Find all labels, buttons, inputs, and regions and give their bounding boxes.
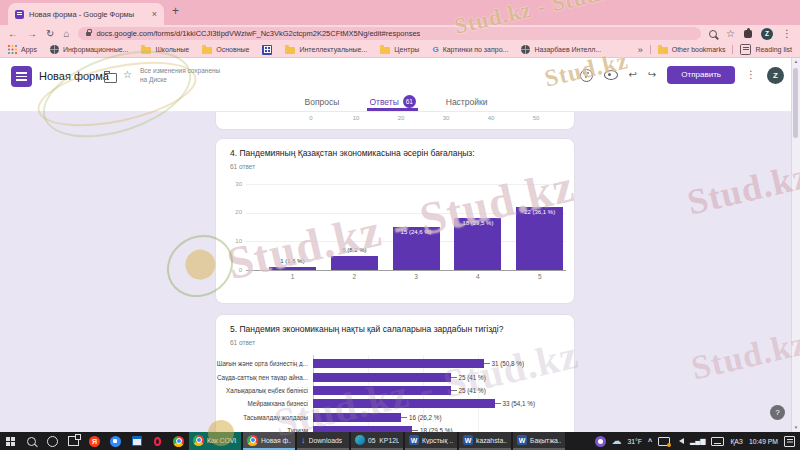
divider	[732, 45, 733, 54]
bar[interactable]	[313, 359, 484, 368]
taskbar-opera-button[interactable]	[147, 432, 168, 450]
tray-app-icon[interactable]	[595, 436, 606, 447]
tab-responses[interactable]: Ответы 61	[367, 95, 417, 111]
bookmark-item[interactable]: GКартинки по запро...	[432, 46, 508, 54]
search-icon[interactable]	[709, 30, 717, 38]
taskbar-zoom-button[interactable]	[105, 432, 126, 450]
bookmark-item[interactable]: Назарбаев Интелл...	[521, 45, 601, 54]
new-tab-button[interactable]	[172, 4, 179, 18]
page-scrollbar[interactable]	[791, 58, 800, 432]
taskbar-start-button[interactable]	[0, 432, 21, 450]
bookmark-item[interactable]: Основные	[202, 45, 249, 54]
scroll-down-icon[interactable]	[792, 426, 800, 431]
bookmark-star-icon[interactable]	[726, 29, 735, 39]
undo-icon[interactable]	[629, 70, 637, 80]
keyboard-icon[interactable]	[711, 437, 724, 446]
taskbar-task-view-button[interactable]	[63, 432, 84, 450]
save-status: Все изменения сохранены на Диске	[140, 67, 226, 85]
browser-tab[interactable]: Новая форма - Google Формы	[8, 3, 164, 25]
screen: Новая форма - Google Формы docs.google.c…	[0, 0, 800, 450]
forms-logo-icon[interactable]	[11, 66, 32, 87]
tab-questions[interactable]: Вопросы	[303, 95, 342, 111]
network-icon[interactable]	[690, 437, 705, 445]
taskbar-window-button[interactable]: WБақытжа...	[513, 432, 565, 450]
chart-row: Тасымалдау жолдары16 (26,2 %)	[216, 411, 572, 424]
axis-tick-label: 20	[393, 115, 409, 121]
bar[interactable]	[516, 207, 563, 270]
toolbar-right: Z	[709, 28, 792, 40]
back-icon[interactable]	[8, 29, 18, 39]
bar-value-label: 22 (36,1 %)	[510, 209, 569, 215]
hidden-icons-chevron-icon[interactable]	[648, 438, 652, 445]
weather-temp[interactable]: 31°F	[628, 438, 642, 445]
move-folder-icon[interactable]	[104, 73, 117, 83]
account-avatar[interactable]: Z	[767, 67, 784, 84]
bar[interactable]	[331, 256, 378, 270]
language-indicator[interactable]: ҚАЗ	[730, 438, 743, 445]
forward-icon[interactable]	[27, 29, 37, 39]
tab-settings[interactable]: Настройки	[444, 95, 490, 111]
taskbar-yandex-button[interactable]: Я	[84, 432, 105, 450]
browser-menu-icon[interactable]	[782, 29, 792, 39]
more-options-icon[interactable]	[746, 70, 756, 80]
taskbar-search-button[interactable]	[21, 432, 42, 450]
bar-value-label: 5 (8,2 %)	[325, 247, 384, 253]
scrollbar-thumb[interactable]	[793, 68, 798, 138]
taskbar-calendar-button[interactable]	[126, 432, 147, 450]
star-icon[interactable]	[123, 69, 132, 80]
tab-close-icon[interactable]	[152, 9, 157, 19]
system-clock[interactable]: 10:49 PM	[749, 438, 778, 445]
bar[interactable]	[313, 399, 495, 408]
help-button[interactable]: ?	[770, 405, 785, 420]
taskbar-window-button[interactable]: Как COVI...	[189, 432, 241, 450]
question4-card: 4. Пандемияның Қазақстан экономикасына ә…	[215, 138, 575, 304]
browser-profile-avatar[interactable]: Z	[761, 28, 773, 40]
theme-palette-icon[interactable]	[580, 69, 593, 82]
send-button[interactable]: Отправить	[667, 66, 735, 84]
preview-icon[interactable]	[604, 70, 618, 80]
bookmarks-overflow-icon[interactable]: »	[638, 45, 643, 55]
taskbar-cortana-button[interactable]	[42, 432, 63, 450]
volume-icon[interactable]	[676, 438, 684, 444]
bookmarks-items: AppsИнформационные...ШкольныеОсновныеИнт…	[8, 45, 601, 55]
magnifier-icon	[27, 437, 36, 446]
scroll-up-icon[interactable]	[792, 60, 800, 65]
other-bookmarks-label: Other bookmarks	[672, 46, 726, 53]
bar[interactable]	[269, 267, 316, 270]
reading-list-button[interactable]: Reading list	[740, 44, 792, 55]
axis-tick-label: 30	[438, 115, 454, 121]
bar[interactable]	[313, 373, 451, 382]
extensions-icon[interactable]	[744, 30, 752, 38]
taskbar-window-button[interactable]: WКурстық ...	[405, 432, 457, 450]
bookmark-item[interactable]: Информационные...	[50, 45, 128, 54]
calendar-icon	[132, 436, 142, 446]
word-icon: W	[463, 435, 473, 445]
document-title[interactable]: Новая форма	[39, 70, 109, 82]
ya-icon: Я	[89, 436, 100, 447]
address-bar[interactable]: docs.google.com/forms/d/1kkiCCJI3tIpdVWz…	[78, 27, 701, 40]
bar[interactable]	[313, 386, 451, 395]
axis-tick-label: 30	[220, 181, 242, 187]
bar[interactable]	[313, 413, 401, 422]
bookmark-item[interactable]: Школьные	[141, 45, 189, 54]
taskbar-window-button[interactable]: Новая ф...	[243, 432, 295, 450]
zoom-cam-icon	[110, 436, 121, 447]
taskbar-window-button[interactable]: Wkazahsta...	[459, 432, 511, 450]
reload-icon[interactable]	[46, 29, 54, 39]
bookmark-item[interactable]	[262, 45, 272, 55]
other-bookmarks-button[interactable]: Other bookmarks	[658, 45, 726, 54]
weather-cloud-icon[interactable]	[612, 436, 622, 446]
bookmark-item[interactable]: Apps	[8, 45, 37, 54]
value-whisker-icon	[495, 403, 501, 404]
taskbar-window-button[interactable]: ↓Downloads	[297, 432, 349, 450]
bookmark-item[interactable]: Интеллектуальные...	[285, 45, 367, 54]
notification-center-icon[interactable]	[784, 436, 795, 447]
taskbar-chrome-button[interactable]	[168, 432, 189, 450]
taskbar-window-button[interactable]: 05_KP12L...	[351, 432, 403, 450]
bookmark-item[interactable]: Центры	[380, 45, 419, 54]
axis-tick-label: 50	[528, 115, 544, 121]
q4-plot: 1 (1,6 %)15 (8,2 %)215 (24,6 %)318 (29,5…	[246, 184, 566, 271]
redo-icon[interactable]	[648, 70, 656, 80]
home-icon[interactable]	[63, 29, 69, 39]
display-tray-icon[interactable]	[658, 437, 670, 446]
